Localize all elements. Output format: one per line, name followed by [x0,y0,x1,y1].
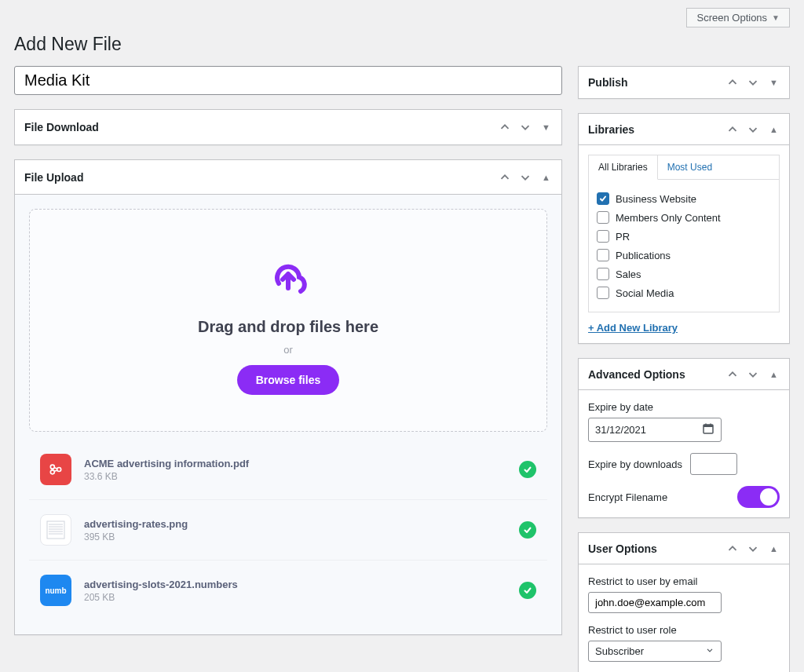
checkbox[interactable] [597,287,609,299]
file-pdf-icon [40,454,71,485]
file-size: 33.6 KB [84,471,506,482]
file-row[interactable]: ACME advertising information.pdf33.6 KB [29,440,547,500]
screen-options-label: Screen Options [696,12,767,24]
move-up-icon[interactable] [724,121,741,138]
library-item[interactable]: Publications [597,246,771,265]
svg-point-2 [57,468,61,472]
file-image-icon [40,514,71,546]
svg-line-4 [54,470,57,472]
move-up-icon[interactable] [496,169,513,186]
checkbox[interactable] [597,268,609,280]
toggle-panel-icon[interactable]: ▲ [540,171,552,184]
toggle-panel-icon[interactable]: ▲ [768,368,780,381]
expire-downloads-label: Expire by downloads [588,458,682,470]
file-numbers-icon: numb [40,575,71,606]
toggle-panel-icon[interactable]: ▼ [768,76,780,89]
checkbox[interactable] [597,230,609,243]
panel-title-file-download: File Download [24,121,99,133]
expire-date-input[interactable]: 31/12/2021 [588,418,722,442]
panel-user-options: User Options ▲ Restrict to user by email… [578,532,790,672]
checkbox[interactable] [597,192,609,205]
panel-title-file-upload: File Upload [24,171,83,184]
move-down-icon[interactable] [744,74,762,91]
page-title: Add New File [14,34,790,55]
panel-title-user-options: User Options [588,542,657,555]
caret-down-icon: ▼ [772,13,780,22]
restrict-role-label: Restrict to user role [588,624,780,636]
toggle-panel-icon[interactable]: ▲ [768,123,780,136]
library-item[interactable]: Business Website [597,189,771,208]
encrypt-label: Encrypt Filename [588,491,667,503]
move-down-icon[interactable] [517,119,534,136]
svg-point-0 [50,465,54,469]
file-size: 205 KB [84,592,506,603]
screen-options-button[interactable]: Screen Options ▼ [686,8,790,27]
move-up-icon[interactable] [724,540,741,557]
file-name: advertising-rates.png [84,518,506,530]
library-item[interactable]: PR [597,227,771,246]
library-label: Publications [616,250,671,261]
move-up-icon[interactable] [496,119,513,136]
library-label: PR [616,231,630,243]
move-up-icon[interactable] [724,74,741,91]
panel-title-advanced: Advanced Options [588,368,685,381]
file-name: advertising-slots-2021.numbers [84,579,506,590]
tab-most-used[interactable]: Most Used [658,155,722,180]
library-item[interactable]: Social Media [597,283,771,302]
dropzone[interactable]: Drag and drop files here or Browse files [29,209,547,432]
move-down-icon[interactable] [517,169,534,186]
encrypt-toggle[interactable] [737,486,780,508]
checkbox[interactable] [597,211,609,224]
toggle-panel-icon[interactable]: ▲ [768,542,780,555]
upload-success-icon [519,521,536,539]
svg-point-1 [50,470,54,474]
move-down-icon[interactable] [744,366,762,383]
expire-downloads-input[interactable] [690,453,737,475]
chevron-down-icon [705,645,714,657]
upload-success-icon [519,461,536,478]
panel-file-upload: File Upload ▲ Drag and drop files here o… [14,159,562,635]
panel-libraries: Libraries ▲ All Libraries Most Used Busi… [578,113,790,344]
add-new-library-link[interactable]: + Add New Library [588,322,678,334]
panel-publish: Publish ▼ [578,66,790,99]
calendar-icon [702,422,714,437]
panel-title-libraries: Libraries [588,123,634,136]
move-up-icon[interactable] [724,366,741,383]
panel-title-publish: Publish [588,76,628,89]
library-item[interactable]: Members Only Content [597,208,771,227]
file-name: ACME advertising information.pdf [84,458,506,469]
library-label: Social Media [616,287,674,299]
svg-line-3 [54,468,57,469]
restrict-email-label: Restrict to user by email [588,575,780,587]
dropzone-or: or [46,344,531,356]
dropzone-title: Drag and drop files here [46,318,531,336]
svg-rect-5 [47,521,64,539]
expire-date-value: 31/12/2021 [595,424,646,436]
restrict-role-value: Subscriber [595,645,644,657]
library-label: Business Website [616,193,696,205]
panel-advanced: Advanced Options ▲ Expire by date 31/12/… [578,358,790,518]
cloud-upload-icon [266,257,310,294]
title-input[interactable] [14,66,562,95]
tab-all-libraries[interactable]: All Libraries [589,155,658,180]
panel-file-download: File Download ▼ [14,109,562,145]
upload-success-icon [519,582,536,599]
file-row[interactable]: advertising-rates.png395 KB [29,500,547,561]
expire-date-label: Expire by date [588,401,780,413]
checkbox[interactable] [597,249,609,261]
file-size: 395 KB [84,531,506,542]
svg-rect-12 [704,425,713,427]
file-row[interactable]: numbadvertising-slots-2021.numbers205 KB [29,561,547,620]
restrict-email-input[interactable] [588,592,722,613]
move-down-icon[interactable] [744,121,762,138]
library-item[interactable]: Sales [597,265,771,283]
restrict-role-select[interactable]: Subscriber [588,641,722,662]
move-down-icon[interactable] [744,540,762,557]
browse-files-button[interactable]: Browse files [237,365,339,395]
toggle-panel-icon[interactable]: ▼ [540,121,552,133]
library-label: Members Only Content [616,212,721,224]
library-label: Sales [616,268,641,280]
